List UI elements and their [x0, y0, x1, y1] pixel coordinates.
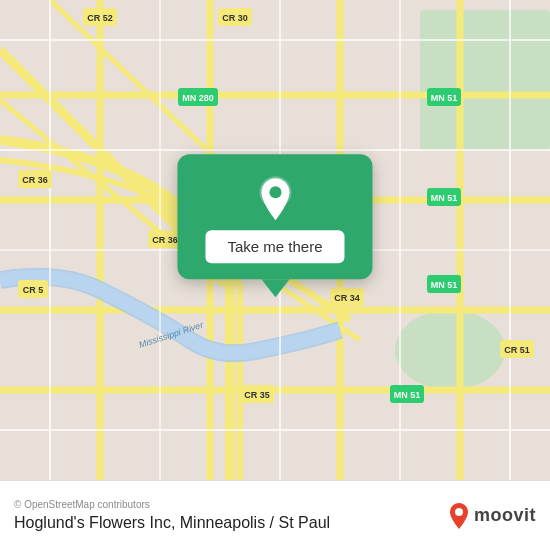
svg-text:CR 36: CR 36	[22, 175, 48, 185]
attribution-text: © OpenStreetMap contributors	[14, 499, 330, 510]
svg-text:MN 51: MN 51	[431, 280, 458, 290]
location-title: Hoglund's Flowers Inc, Minneapolis / St …	[14, 514, 330, 532]
svg-text:CR 30: CR 30	[222, 13, 248, 23]
bottom-content: © OpenStreetMap contributors Hoglund's F…	[14, 499, 536, 532]
popup-card: Take me there	[177, 154, 372, 279]
svg-text:MN 51: MN 51	[431, 93, 458, 103]
svg-text:CR 52: CR 52	[87, 13, 113, 23]
svg-text:CR 51: CR 51	[504, 345, 530, 355]
location-pin-icon	[251, 172, 299, 220]
svg-text:MN 280: MN 280	[182, 93, 214, 103]
popup-triangle	[261, 279, 289, 297]
svg-text:CR 35: CR 35	[244, 390, 270, 400]
attribution-and-title: © OpenStreetMap contributors Hoglund's F…	[14, 499, 330, 532]
svg-point-2	[395, 310, 505, 390]
svg-point-54	[455, 508, 463, 516]
svg-text:CR 36: CR 36	[152, 235, 178, 245]
map-container[interactable]: CR 52 CR 30 MN 280 MN 51 CR 36 CR 36 MN …	[0, 0, 550, 480]
popup-overlay: Take me there	[177, 154, 372, 297]
moovit-pin-icon	[448, 502, 470, 530]
moovit-logo: moovit	[448, 502, 536, 530]
svg-text:MN 51: MN 51	[431, 193, 458, 203]
svg-rect-1	[420, 10, 550, 150]
bottom-bar: © OpenStreetMap contributors Hoglund's F…	[0, 480, 550, 550]
svg-text:MN 51: MN 51	[394, 390, 421, 400]
svg-text:CR 5: CR 5	[23, 285, 44, 295]
take-me-there-button[interactable]: Take me there	[205, 230, 344, 263]
moovit-text: moovit	[474, 505, 536, 526]
svg-point-53	[269, 186, 281, 198]
